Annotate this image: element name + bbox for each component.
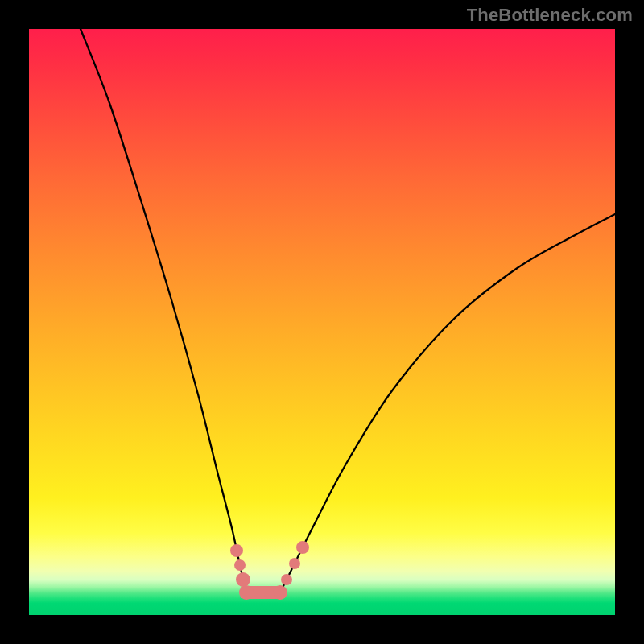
valley-marker xyxy=(230,544,243,557)
right-curve xyxy=(280,214,615,592)
valley-marker xyxy=(234,559,246,571)
valley-marker xyxy=(236,572,250,587)
valley-marker xyxy=(239,585,254,600)
valley-marker xyxy=(273,585,287,600)
watermark-text: TheBottleneck.com xyxy=(467,5,633,26)
valley-marker xyxy=(296,541,309,554)
left-curve xyxy=(80,29,248,592)
valley-marker xyxy=(281,574,292,585)
chart-stage: TheBottleneck.com xyxy=(0,0,644,644)
valley-marker xyxy=(289,558,300,569)
curve-layer xyxy=(29,29,615,615)
